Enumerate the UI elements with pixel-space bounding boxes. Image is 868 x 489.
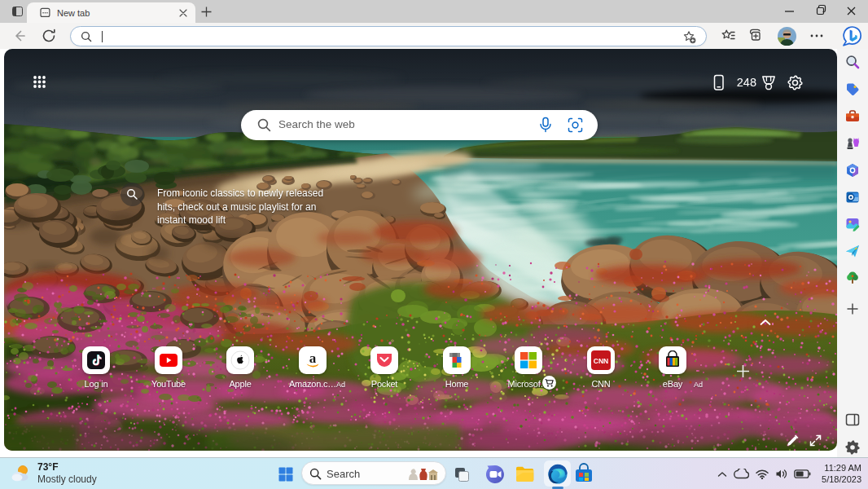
- svg-text:CNN: CNN: [594, 357, 608, 365]
- svg-text:a: a: [309, 350, 317, 366]
